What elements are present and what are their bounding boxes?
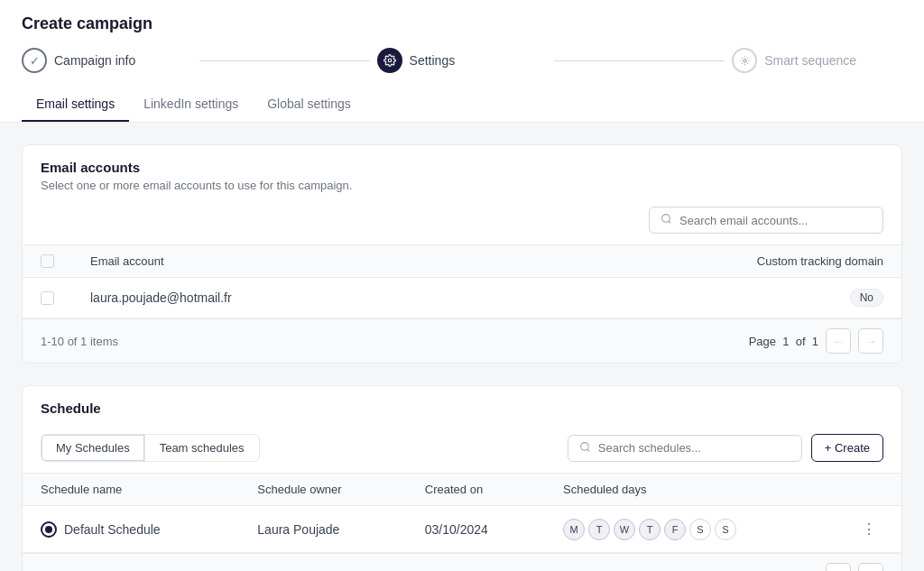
email-accounts-section: Email accounts Select one or more email … [22,144,902,364]
schedule-owner-cell: Laura Poujade [239,506,406,553]
email-next-page-btn[interactable]: → [858,328,883,354]
header-actions [836,474,901,506]
tab-linkedin-settings[interactable]: LinkedIn settings [129,87,253,122]
step-label-settings: Settings [410,53,456,68]
step-icon-active [377,48,402,73]
stepper: ✓ Campaign info Settings [22,48,902,73]
schedule-search-icon [579,441,591,456]
email-search-row [23,207,901,244]
email-pagination-info: 1-10 of 1 items [41,335,118,348]
email-prev-page-btn[interactable]: ← [826,328,851,354]
table-row: laura.poujade@hotmail.fr No [23,278,901,318]
schedule-prev-page-btn[interactable]: ← [826,563,851,571]
tab-global-settings[interactable]: Global settings [253,87,365,122]
header-scheduled-days: Scheduled days [545,474,836,506]
step-settings: Settings [377,48,548,73]
schedule-more-button[interactable]: ⋮ [855,517,883,541]
day-badge-s2: S [715,519,736,540]
schedule-more-cell: ⋮ [836,506,901,553]
schedule-search-box [568,435,802,462]
header-checkbox-wrap [41,254,54,268]
schedule-section: Schedule My Schedules Team schedules + C… [22,385,902,571]
schedule-radio[interactable] [41,521,57,538]
svg-line-5 [587,449,589,451]
email-pagination-row: 1-10 of 1 items Page 1 of 1 ← → [23,318,901,363]
schedule-created-cell: 03/10/2024 [407,506,545,553]
day-badge-t1: T [588,519,610,540]
schedule-search-input[interactable] [598,441,790,455]
email-search-box [649,207,883,234]
email-accounts-title: Email accounts [41,160,883,175]
schedule-name: Default Schedule [64,522,161,537]
day-badge-w: W [614,519,635,540]
day-badge-t2: T [639,519,661,540]
create-schedule-button[interactable]: + Create [811,434,883,462]
email-accounts-table: Email account Custom tracking domain lau… [23,244,901,318]
day-badge-m: M [563,519,585,540]
header-schedule-owner: Schedule owner [239,474,406,506]
email-page-info: Page 1 of 1 [749,335,818,348]
schedule-table-header-row: Schedule name Schedule owner Created on … [23,474,901,506]
header-created-on: Created on [407,474,545,506]
search-icon [661,213,672,227]
header-checkbox-cell [23,245,72,278]
step-icon-done: ✓ [22,48,47,73]
step-smart-sequence: Smart sequence [732,48,902,73]
svg-point-0 [388,59,392,62]
radio-inner [45,526,52,533]
schedule-title: Schedule [41,401,883,416]
email-accounts-header: Email accounts Select one or more email … [23,145,901,192]
svg-line-3 [669,221,670,223]
day-badges: M T W T F S S [563,519,818,540]
svg-point-1 [744,59,746,61]
day-badge-s1: S [689,519,711,540]
schedule-next-page-btn[interactable]: → [858,563,883,571]
day-badge-f: F [664,519,686,540]
schedule-days-cell: M T W T F S S [545,506,836,553]
svg-point-2 [662,215,670,223]
select-all-checkbox[interactable] [41,254,54,268]
email-search-input[interactable] [679,214,872,227]
table-row: Default Schedule Laura Poujade 03/10/202… [23,506,901,553]
step-line-1 [199,60,370,61]
step-icon-inactive [732,48,757,73]
schedule-pagination-controls: Page 1 of 1 ← → [749,563,883,571]
schedule-name-wrapper: Default Schedule [41,521,221,538]
content-area: Email accounts Select one or more email … [0,123,924,571]
step-label-smart-sequence: Smart sequence [764,53,856,68]
page-title: Create campaign [22,14,902,33]
step-label-campaign-info: Campaign info [54,53,135,68]
step-campaign-info: ✓ Campaign info [22,48,192,73]
row-email: laura.poujade@hotmail.fr [72,278,505,318]
schedule-name-cell: Default Schedule [23,506,239,553]
row-tracking: No [505,278,901,318]
schedule-right-controls: + Create [568,434,883,462]
tab-email-settings[interactable]: Email settings [22,87,129,122]
header-schedule-name: Schedule name [23,474,239,506]
row-checkbox-wrap [41,291,54,305]
tracking-badge: No [850,289,883,307]
row-checkbox-cell [23,278,72,318]
schedule-header: Schedule [23,386,901,416]
page-container: Create campaign ✓ Campaign info Settings [0,0,924,571]
step-line-2 [554,60,725,61]
tabs: Email settings LinkedIn settings Global … [22,87,902,122]
tab-team-schedules[interactable]: Team schedules [144,434,260,462]
schedule-pagination-row: 1-10 of 1 items Page 1 of 1 ← → [23,553,901,571]
email-table-header-row: Email account Custom tracking domain [23,245,901,278]
schedule-tabs: My Schedules Team schedules [41,434,260,462]
email-accounts-subtitle: Select one or more email accounts to use… [41,179,883,192]
tab-my-schedules[interactable]: My Schedules [41,434,144,462]
svg-point-4 [580,442,588,450]
email-pagination-controls: Page 1 of 1 ← → [749,328,883,354]
schedule-table: Schedule name Schedule owner Created on … [23,473,901,553]
header-email-account: Email account [72,245,505,278]
header-tracking-domain: Custom tracking domain [505,245,901,278]
row-checkbox[interactable] [41,291,54,305]
top-header: Create campaign ✓ Campaign info Settings [0,0,924,123]
schedule-controls: My Schedules Team schedules + Create [23,419,901,473]
